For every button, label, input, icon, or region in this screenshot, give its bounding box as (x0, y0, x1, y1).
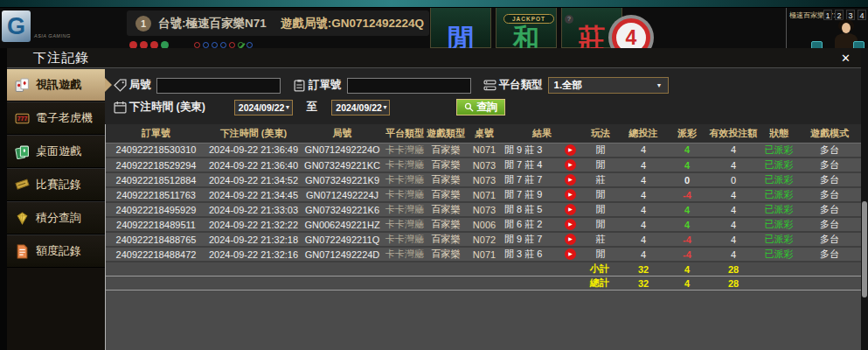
scrollbar-thumb[interactable] (862, 201, 867, 298)
cell-order-no: 240922218495929 (106, 202, 206, 217)
cell-game-type: 百家樂 (426, 158, 466, 172)
camera-tab-1[interactable]: 1 (823, 10, 832, 20)
cell-play-type: 莊 (581, 172, 620, 187)
cell-valid-bet: 4 (707, 158, 760, 172)
scrollbar-track[interactable] (861, 48, 868, 350)
cell-total-bet: 4 (620, 143, 667, 158)
cell-table-no: N006 (466, 217, 503, 232)
sidebar-item-label: 視訊遊戲 (36, 77, 81, 93)
sidebar-item-label: 桌面遊戲 (36, 144, 81, 159)
cell-platform-type: 卡卡灣廳 (384, 217, 426, 232)
search-icon (464, 102, 474, 112)
search-button[interactable]: 查詢 (456, 99, 505, 116)
help-icon[interactable]: ? (565, 15, 573, 24)
replay-icon[interactable]: ▶ (565, 219, 576, 230)
svg-text:777: 777 (17, 116, 28, 122)
sidebar-item-slots[interactable]: 777電子老虎機 (7, 102, 105, 135)
replay-icon[interactable]: ▶ (565, 174, 576, 186)
cell-payout: 4 (667, 158, 707, 172)
roadmap-ring (212, 42, 218, 48)
cell-payout: -4 (667, 247, 707, 262)
cell-platform-type: 卡卡灣廳 (384, 143, 426, 158)
replay-icon[interactable]: ▶ (565, 204, 576, 215)
cell-platform-type: 卡卡灣廳 (384, 172, 426, 187)
cell-result: 閒 3 莊 6▶ (503, 247, 581, 262)
cell-game-type: 百家樂 (426, 143, 466, 158)
cell-payout: -4 (667, 232, 707, 247)
sidebar-item-quota-record[interactable]: 額度記錄 (7, 234, 105, 268)
cell-platform-type: 卡卡灣廳 (384, 187, 426, 202)
sidebar-menu: 視訊遊戲777電子老虎機桌面遊戲比賽記錄積分查詢額度記錄 (7, 68, 105, 350)
subtotal-payout: 4 (667, 262, 707, 276)
cell-status: 已派彩 (760, 232, 798, 247)
replay-icon[interactable]: ▶ (565, 248, 576, 260)
total-bet: 32 (620, 276, 667, 290)
sidebar-item-table-games[interactable]: 桌面遊戲 (7, 135, 105, 168)
replay-icon[interactable]: ▶ (565, 189, 576, 200)
date-from-select[interactable]: 2024/09/22 ▼ (234, 100, 293, 116)
subtotal-row: 小計 32 4 28 (106, 262, 861, 276)
date-from-value: 2024/09/22 (239, 102, 285, 113)
camera-tab-4[interactable]: 4 (858, 10, 866, 20)
cell-bet-time: 2024-09-22 21:34:52 (206, 172, 301, 187)
sidebar-item-match-record[interactable]: 比賽記錄 (7, 168, 105, 201)
bet-zone-1[interactable]: 閒 (430, 8, 491, 48)
chevron-down-icon: ▼ (284, 104, 290, 110)
date-to-select[interactable]: 2024/09/22 ▼ (331, 100, 390, 116)
cell-play-type: 閒 (581, 202, 620, 217)
column-header: 玩法 (581, 124, 620, 143)
top-bar: G ASIA GAMING 1 台號:極速百家樂N71 遊戲局號:GN07124… (0, 8, 868, 48)
column-header: 結果 (503, 124, 581, 143)
table-row: 2409222184895112024-09-22 21:32:22GN0062… (106, 217, 861, 232)
cell-game-type: 百家樂 (426, 202, 466, 217)
order-input[interactable] (347, 78, 471, 94)
cell-result: 閒 7 莊 7▶ (503, 172, 581, 187)
bet-time-label: 下注時間 (美東) (129, 100, 205, 115)
roadmap-ring (238, 42, 244, 48)
replay-icon[interactable]: ▶ (565, 159, 576, 171)
cell-platform-type: 卡卡灣廳 (384, 247, 426, 262)
close-icon[interactable]: ✕ (841, 52, 851, 64)
camera-tab-2[interactable]: 2 (835, 10, 844, 20)
cell-round-no: GN0712492224O (301, 143, 384, 158)
sidebar-item-points-query[interactable]: 積分查詢 (7, 201, 105, 234)
platform-select[interactable]: 1.全部 ▼ (548, 77, 669, 94)
replay-icon[interactable]: ▶ (565, 234, 576, 245)
column-header: 下注時間 (美東) (206, 124, 301, 143)
result-text: 閒 6 莊 2 (504, 218, 542, 231)
sidebar-item-video-games[interactable]: 視訊遊戲 (7, 68, 105, 102)
cell-total-bet: 4 (620, 172, 667, 187)
round-input[interactable] (156, 78, 281, 94)
total-payout: 4 (667, 276, 707, 290)
tag-icon (114, 79, 127, 92)
cell-result: 閒 7 莊 9▶ (503, 187, 581, 202)
cell-round-no: GN073249221K9 (301, 172, 384, 187)
bet-records-modal: 下注記錄 ✕ 視訊遊戲777電子老虎機桌面遊戲比賽記錄積分查詢額度記錄 局號 (7, 48, 861, 350)
cell-game-mode: 多台 (798, 232, 861, 247)
cell-status: 已派彩 (760, 217, 798, 232)
brand-logo-subtext: ASIA GAMING (34, 33, 71, 38)
bet-records-table-wrap: 訂單號下注時間 (美東)局號平台類型遊戲類型桌號結果玩法總投注派彩有效投注額狀態… (105, 124, 861, 350)
cell-bet-time: 2024-09-22 21:36:49 (206, 143, 301, 158)
table-icon (15, 144, 30, 159)
table-row: 2409222185303102024-09-22 21:36:49GN0712… (106, 143, 861, 158)
platform-select-value: 1.全部 (554, 79, 583, 92)
cell-payout: -4 (667, 187, 707, 202)
total-row: 總計 32 4 28 (106, 276, 861, 290)
cell-valid-bet: 4 (707, 247, 760, 262)
cell-table-no: N071 (466, 247, 503, 262)
modal-body: 視訊遊戲777電子老虎機桌面遊戲比賽記錄積分查詢額度記錄 局號 訂單號 (7, 68, 861, 350)
cell-round-no: GN006249221HZ (301, 217, 384, 232)
replay-icon[interactable]: ▶ (565, 144, 576, 156)
cell-round-no: GN0712492224J (301, 187, 384, 202)
roadmap-ring (229, 42, 235, 48)
cell-play-type: 閒 (581, 143, 620, 158)
column-header: 派彩 (667, 124, 707, 143)
cell-play-type: 閒 (581, 187, 620, 202)
cell-table-no: N073 (466, 172, 503, 187)
modal-title-bar: 下注記錄 ✕ (7, 48, 861, 68)
cell-payout: 0 (667, 172, 707, 187)
screen: G ASIA GAMING 1 台號:極速百家樂N71 遊戲局號:GN07124… (0, 0, 868, 350)
cards-icon (15, 78, 30, 93)
platform-list-icon (483, 79, 496, 92)
